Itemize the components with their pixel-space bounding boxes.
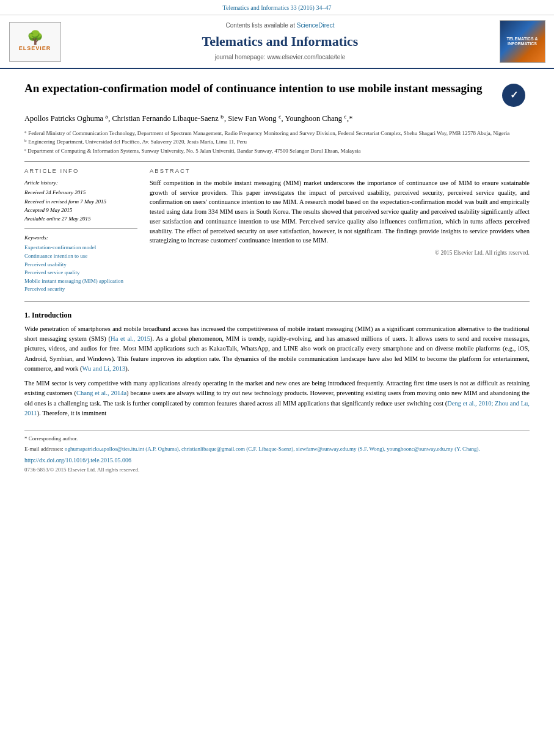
section-name: Introduction [32, 311, 71, 319]
journal-cover-area: TELEMATICS & INFORMATICS [498, 20, 547, 63]
keyword-6: Perceived security [24, 285, 137, 293]
affiliation-b: ᵇ Engineering Department, Universidad de… [24, 138, 530, 146]
doi-link[interactable]: http://dx.doi.org/10.1016/j.tele.2015.05… [24, 456, 530, 465]
journal-homepage-url: journal homepage: www.elsevier.com/locat… [75, 53, 486, 62]
abstract-column: ABSTRACT Stiff competition in the mobile… [150, 167, 530, 294]
introduction-paragraph-1: Wide penetration of smartphones and mobi… [24, 324, 530, 374]
authors-text: Apollos Patricks Oghuma ᵃ, Christian Fer… [24, 114, 352, 123]
accepted-date: Accepted 9 May 2015 [24, 207, 72, 213]
introduction-section-title: 1. Introduction [24, 310, 530, 321]
email-footnote: E-mail addresses: oghumapatricks.apollos… [24, 445, 530, 454]
sciencedirect-link[interactable]: ScienceDirect [297, 22, 335, 29]
received-date: Received 24 February 2015 [24, 189, 86, 195]
crossmark-badge [502, 84, 530, 107]
ref-chang-2014a[interactable]: Chang et al., 2014a [76, 390, 126, 396]
elsevier-brand-text: ELSEVIER [19, 45, 51, 53]
article-info-column: ARTICLE INFO Article history: Received 2… [24, 167, 137, 294]
elsevier-logo: 🌳 ELSEVIER [7, 20, 62, 63]
affiliation-c: ᶜ Department of Computing & Information … [24, 147, 530, 155]
elsevier-tree-icon: 🌳 [27, 31, 43, 45]
footnote-area: * Corresponding author. E-mail addresses… [24, 431, 530, 474]
affiliations: ᵃ Federal Ministry of Communication Tech… [24, 129, 530, 155]
keywords-section: Keywords: Expectation-confirmation model… [24, 234, 137, 293]
copyright-line: © 2015 Elsevier Ltd. All rights reserved… [150, 249, 530, 257]
article-info-header: ARTICLE INFO [24, 167, 137, 175]
abstract-header: ABSTRACT [150, 167, 530, 175]
keyword-4: Perceived service quality [24, 269, 137, 277]
affiliation-a: ᵃ Federal Ministry of Communication Tech… [24, 129, 530, 137]
page-wrapper: Telematics and Informatics 33 (2016) 34–… [0, 0, 554, 756]
journal-title: Telematics and Informatics [75, 32, 486, 51]
logo-box: 🌳 ELSEVIER [9, 22, 61, 62]
main-divider [24, 301, 530, 302]
article-info-abstract-section: ARTICLE INFO Article history: Received 2… [24, 167, 530, 294]
history-label: Article history: [24, 178, 137, 187]
contents-label: Contents lists available at [226, 22, 295, 29]
cover-text: TELEMATICS & INFORMATICS [500, 35, 545, 49]
journal-header: 🌳 ELSEVIER Contents lists available at S… [0, 15, 554, 69]
article-title-text: An expectation-confirmation model of con… [24, 81, 496, 96]
available-date: Available online 27 May 2015 [24, 216, 90, 222]
keywords-label: Keywords: [24, 234, 137, 242]
ref-ha-2015[interactable]: Ha et al., 2015 [111, 335, 150, 342]
main-content: An expectation-confirmation model of con… [0, 69, 554, 487]
journal-reference-bar: Telematics and Informatics 33 (2016) 34–… [0, 0, 554, 15]
keywords-divider [24, 228, 137, 229]
crossmark-icon [502, 84, 525, 107]
keyword-3: Perceived usability [24, 261, 137, 269]
ref-wu-li-2013[interactable]: Wu and Li, 2013 [82, 365, 125, 372]
article-title-section: An expectation-confirmation model of con… [24, 81, 530, 107]
journal-cover-image: TELEMATICS & INFORMATICS [500, 20, 545, 63]
keyword-5: Mobile instant messaging (MIM) applicati… [24, 277, 137, 285]
authors-line: Apollos Patricks Oghuma ᵃ, Christian Fer… [24, 113, 530, 125]
revised-date: Received in revised form 7 May 2015 [24, 198, 106, 205]
corresponding-author-note: * Corresponding author. [24, 435, 530, 443]
introduction-paragraph-2: The MIM sector is very competitive with … [24, 379, 530, 418]
keyword-1: Expectation-confirmation model [24, 244, 137, 252]
contents-available-line: Contents lists available at ScienceDirec… [75, 21, 486, 30]
section-divider [24, 161, 530, 162]
email-label: E-mail addresses: [24, 446, 64, 452]
email-addresses: oghumapatricks.apollos@ties.itu.int (A.P… [65, 446, 480, 452]
journal-reference: Telematics and Informatics 33 (2016) 34–… [223, 4, 332, 11]
section-number: 1. [24, 311, 30, 319]
article-title: An expectation-confirmation model of con… [24, 81, 496, 96]
journal-header-center: Contents lists available at ScienceDirec… [68, 20, 492, 63]
keyword-2: Continuance intention to use [24, 252, 137, 260]
issn-line: 0736-5853/© 2015 Elsevier Ltd. All right… [24, 466, 530, 474]
article-history: Article history: Received 24 February 20… [24, 178, 137, 224]
ref-deng-2010[interactable]: Deng et al., 2010; Zhou and Lu, 2011 [24, 400, 530, 416]
abstract-text: Stiff competition in the mobile instant … [150, 178, 530, 245]
